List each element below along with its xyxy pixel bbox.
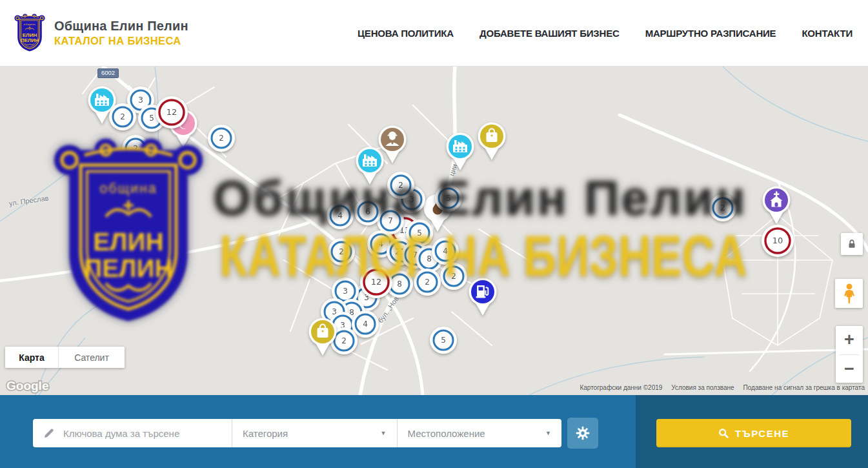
pencil-icon bbox=[43, 428, 54, 439]
nav-item[interactable]: ЦЕНОВА ПОЛИТИКА bbox=[358, 28, 454, 39]
map-cluster-marker[interactable]: 2 bbox=[108, 103, 137, 131]
business-catalog-page: община ЕЛИН ПЕЛИН Община Елин Пелин КАТА… bbox=[0, 0, 868, 468]
map-cluster-marker[interactable]: 5 bbox=[434, 184, 463, 212]
chevron-down-icon: ▼ bbox=[545, 430, 551, 436]
svg-text:10: 10 bbox=[772, 236, 783, 245]
svg-text:2: 2 bbox=[341, 336, 347, 345]
map-cluster-marker[interactable]: 6 bbox=[354, 198, 382, 226]
svg-text:8: 8 bbox=[397, 280, 402, 289]
svg-text:ЕЛИН: ЕЛИН bbox=[23, 32, 37, 38]
gear-icon bbox=[576, 426, 590, 440]
location-select-value: Местоположение bbox=[408, 428, 485, 439]
keyword-input[interactable] bbox=[62, 427, 232, 440]
map-pin-bag[interactable] bbox=[476, 122, 507, 162]
svg-text:4: 4 bbox=[378, 239, 383, 249]
svg-text:2: 2 bbox=[133, 144, 138, 153]
nav-item[interactable]: ДОБАВЕТЕ ВАШИЯТ БИЗНЕС bbox=[479, 28, 620, 39]
advanced-settings-button[interactable] bbox=[567, 418, 598, 449]
search-bar-right-panel: ТЪРСЕНЕ bbox=[636, 395, 868, 468]
svg-text:2: 2 bbox=[120, 112, 125, 121]
google-logo-text: Google bbox=[6, 379, 48, 392]
brand-text: Община Елин Пелин КАТАЛОГ НА БИЗНЕСА bbox=[54, 19, 188, 47]
map-type-satellite-button[interactable]: Сателит bbox=[59, 347, 125, 368]
municipality-crest-icon: община ЕЛИН ПЕЛИН bbox=[14, 14, 45, 52]
lock-icon bbox=[846, 238, 858, 250]
map-cluster-marker[interactable]: 12 bbox=[154, 95, 189, 130]
location-select[interactable]: Местоположение ▼ bbox=[398, 419, 562, 447]
nav-item[interactable]: МАРШРУТНО РАЗПИСАНИЕ bbox=[645, 28, 776, 39]
map-pin-bag[interactable] bbox=[307, 318, 338, 358]
map-cluster-marker[interactable]: 2 bbox=[439, 262, 468, 290]
map-terms-link[interactable]: Условия за ползване bbox=[671, 384, 734, 391]
brand-title: Община Елин Пелин bbox=[54, 19, 188, 34]
site-header: община ЕЛИН ПЕЛИН Община Елин Пелин КАТА… bbox=[0, 0, 868, 66]
google-logo[interactable]: Google bbox=[5, 377, 50, 395]
nav-item[interactable]: КОНТАКТИ bbox=[802, 28, 853, 39]
svg-text:4: 4 bbox=[363, 320, 368, 329]
svg-text:2: 2 bbox=[339, 247, 344, 256]
search-bar: ТЪРСЕНЕ Категория ▼ Местоположение ▼ bbox=[0, 395, 868, 468]
svg-text:12: 12 bbox=[371, 277, 382, 287]
map-copyright: Картографски данни ©2019 bbox=[580, 384, 662, 391]
brand-subtitle: КАТАЛОГ НА БИЗНЕСА bbox=[54, 35, 188, 47]
svg-text:6: 6 bbox=[365, 207, 370, 216]
svg-text:2: 2 bbox=[425, 278, 430, 287]
search-fields-group: Категория ▼ Местоположение ▼ bbox=[33, 419, 561, 447]
map-pin-church[interactable] bbox=[761, 186, 792, 226]
search-button-label: ТЪРСЕНЕ bbox=[735, 428, 789, 439]
svg-text:5: 5 bbox=[446, 194, 451, 203]
map-report-error-link[interactable]: Подаване на сигнал за грешка в картата bbox=[743, 384, 865, 391]
map-zoom-control: + − bbox=[836, 326, 863, 383]
map-cluster-marker[interactable]: 2 bbox=[327, 238, 356, 266]
google-map[interactable]: 6002ул. Преславбул. „Новоселции 32512223… bbox=[0, 66, 868, 395]
map-cluster-marker[interactable]: 2 bbox=[709, 194, 737, 222]
road-number-badge: 6002 bbox=[97, 68, 119, 78]
svg-text:5: 5 bbox=[417, 229, 422, 238]
map-cluster-marker[interactable]: 12 bbox=[359, 265, 394, 300]
pegman-icon bbox=[841, 283, 858, 305]
svg-text:2: 2 bbox=[720, 203, 725, 212]
map-cluster-marker[interactable]: 5 bbox=[429, 326, 458, 354]
map-type-map-button[interactable]: Карта bbox=[5, 347, 59, 368]
svg-text:2: 2 bbox=[398, 181, 403, 190]
svg-text:4: 4 bbox=[443, 247, 448, 256]
svg-text:5: 5 bbox=[149, 114, 154, 123]
keyword-field[interactable] bbox=[33, 419, 232, 447]
map-lock-button[interactable] bbox=[841, 233, 863, 255]
svg-text:4: 4 bbox=[338, 211, 343, 220]
search-icon bbox=[718, 428, 729, 438]
map-cluster-marker[interactable]: 2 bbox=[121, 134, 150, 163]
map-cluster-marker[interactable]: 4 bbox=[431, 237, 459, 265]
svg-text:7: 7 bbox=[388, 216, 393, 225]
map-cluster-marker[interactable]: 4 bbox=[326, 201, 354, 230]
site-logo[interactable]: община ЕЛИН ПЕЛИН Община Елин Пелин КАТА… bbox=[14, 14, 188, 52]
map-type-control: Карта Сателит bbox=[5, 347, 125, 368]
map-cluster-marker[interactable]: 2 bbox=[413, 268, 441, 296]
svg-text:2: 2 bbox=[451, 272, 456, 281]
zoom-out-button[interactable]: − bbox=[836, 355, 863, 383]
map-attribution: Картографски данни ©2019Условия за ползв… bbox=[580, 384, 865, 391]
map-cluster-marker[interactable]: 2 bbox=[387, 171, 415, 199]
map-pin-fuel[interactable] bbox=[467, 278, 498, 318]
chevron-down-icon: ▼ bbox=[381, 430, 387, 436]
svg-text:5: 5 bbox=[441, 336, 446, 345]
category-select[interactable]: Категория ▼ bbox=[232, 419, 397, 447]
main-nav: ЦЕНОВА ПОЛИТИКАДОБАВЕТЕ ВАШИЯТ БИЗНЕСМАР… bbox=[332, 28, 853, 39]
svg-text:2: 2 bbox=[219, 134, 224, 143]
zoom-in-button[interactable]: + bbox=[836, 326, 863, 354]
search-button[interactable]: ТЪРСЕНЕ bbox=[656, 419, 851, 447]
map-pin-factory[interactable] bbox=[354, 147, 385, 187]
map-pin-factory[interactable] bbox=[445, 132, 476, 172]
svg-text:3: 3 bbox=[343, 287, 348, 296]
street-view-pegman-button[interactable] bbox=[835, 279, 863, 308]
svg-text:община: община bbox=[24, 23, 35, 26]
map-cluster-marker[interactable]: 2 bbox=[207, 124, 236, 152]
map-cluster-marker[interactable]: 10 bbox=[760, 223, 795, 258]
svg-text:12: 12 bbox=[167, 107, 177, 117]
category-select-value: Категория bbox=[243, 428, 288, 439]
svg-text:ПЕЛИН: ПЕЛИН bbox=[21, 37, 39, 43]
